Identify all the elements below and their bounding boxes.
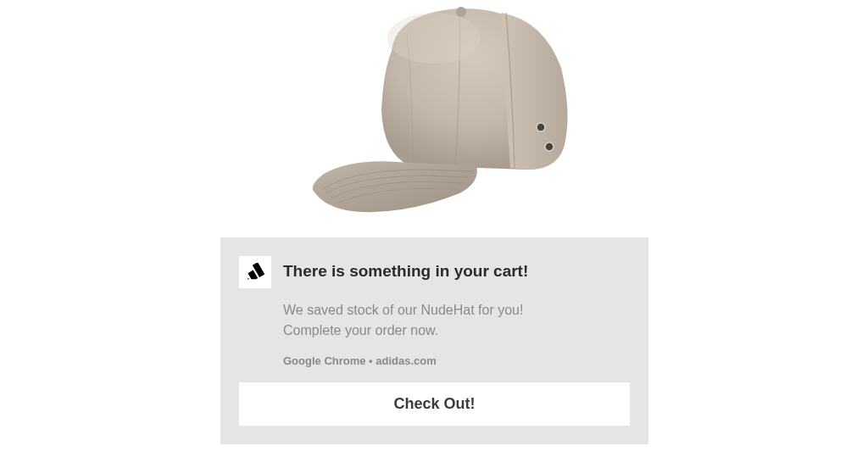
- notification-source: Google Chrome • adidas.com: [239, 354, 630, 367]
- notification-body: We saved stock of our NudeHat for you! C…: [239, 300, 630, 341]
- product-image: [0, 0, 868, 237]
- svg-point-0: [456, 7, 466, 17]
- svg-point-2: [545, 142, 554, 151]
- notification-header: There is something in your cart!: [239, 256, 630, 288]
- cap-illustration: [264, 0, 604, 237]
- svg-point-1: [537, 123, 545, 131]
- notification-body-line2: Complete your order now.: [283, 323, 438, 337]
- notification-title: There is something in your cart!: [283, 256, 528, 282]
- notification-body-line1: We saved stock of our NudeHat for you!: [283, 303, 523, 317]
- svg-point-3: [387, 13, 481, 64]
- checkout-button[interactable]: Check Out!: [239, 382, 630, 426]
- notification-card: There is something in your cart! We save…: [220, 237, 648, 444]
- svg-rect-7: [242, 279, 270, 282]
- adidas-logo-icon: [239, 256, 271, 288]
